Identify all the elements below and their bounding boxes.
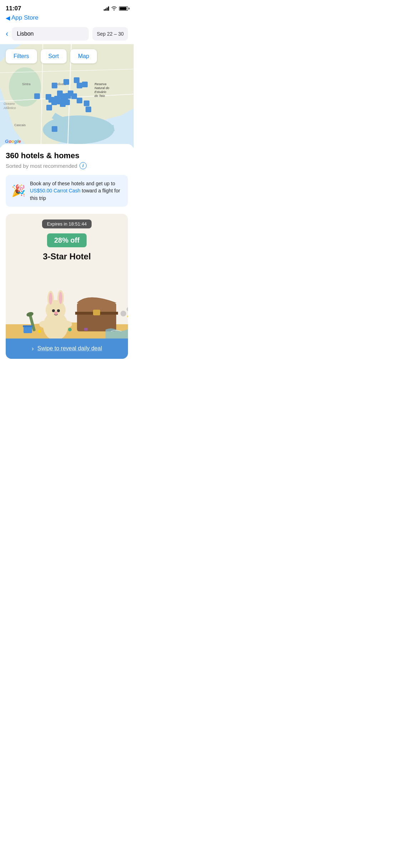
svg-point-55 <box>39 321 49 328</box>
svg-point-53 <box>57 309 60 312</box>
swipe-cta-text: Swipe to reveal daily deal <box>37 345 102 352</box>
hotel-star-label: 3-Star Hotel <box>11 252 122 262</box>
filters-button[interactable]: Filters <box>6 49 37 63</box>
svg-point-58 <box>26 311 34 317</box>
svg-point-56 <box>62 321 72 328</box>
svg-point-49 <box>49 293 52 305</box>
svg-rect-33 <box>52 126 57 132</box>
date-range-text: Sep 22 – 30 <box>97 31 124 37</box>
svg-rect-14 <box>63 79 69 85</box>
svg-point-44 <box>127 307 128 311</box>
svg-rect-30 <box>77 98 82 103</box>
status-bar: 11:07 <box>0 0 134 14</box>
svg-text:Natural do: Natural do <box>94 86 109 90</box>
svg-rect-42 <box>93 310 100 315</box>
expires-badge: Expires in 18:51:44 <box>42 219 92 228</box>
svg-rect-32 <box>46 105 52 110</box>
svg-text:Oceano: Oceano <box>4 102 15 105</box>
status-time: 11:07 <box>6 5 21 12</box>
svg-point-51 <box>59 292 62 304</box>
svg-rect-16 <box>34 93 40 99</box>
svg-rect-35 <box>82 82 88 87</box>
carrot-cash-text: Book any of these hotels and get up to U… <box>30 180 122 202</box>
svg-text:Reserva: Reserva <box>94 82 107 86</box>
info-icon[interactable]: i <box>79 162 87 169</box>
wifi-icon <box>111 6 117 11</box>
svg-point-62 <box>38 330 41 333</box>
back-button[interactable]: ‹ <box>6 30 8 38</box>
svg-point-43 <box>120 311 126 316</box>
svg-rect-34 <box>86 107 91 112</box>
map-filter-buttons: Filters Sort Map <box>6 49 128 63</box>
carrot-cash-banner[interactable]: 🎉 Book any of these hotels and get up to… <box>6 175 128 207</box>
svg-rect-26 <box>64 99 70 105</box>
app-store-label[interactable]: App Store <box>11 14 38 21</box>
map-container[interactable]: Oceano Atlântico Sintra Cascais Odivela … <box>0 44 134 148</box>
discount-badge: 28% off <box>47 233 87 247</box>
svg-rect-22 <box>71 93 77 99</box>
date-range-box[interactable]: Sep 22 – 30 <box>92 27 128 41</box>
results-count: 360 hotels & homes <box>6 151 128 160</box>
battery-icon <box>119 6 128 11</box>
back-arrow-icon: ◀ <box>6 15 10 21</box>
status-icons <box>104 6 128 11</box>
signal-icon <box>104 6 109 11</box>
results-section: 360 hotels & homes Sorted by most recomm… <box>0 144 134 359</box>
svg-marker-45 <box>127 313 128 317</box>
svg-point-52 <box>52 309 55 312</box>
svg-rect-29 <box>46 94 51 100</box>
svg-rect-60 <box>23 325 33 327</box>
search-header: ‹ Lisbon Sep 22 – 30 <box>0 24 134 44</box>
svg-text:Estuário: Estuário <box>94 90 106 94</box>
svg-rect-36 <box>77 83 82 88</box>
svg-rect-15 <box>74 77 79 83</box>
deal-illustration <box>6 267 128 339</box>
map-button[interactable]: Map <box>70 49 97 63</box>
svg-text:Cascais: Cascais <box>14 123 26 127</box>
app-store-nav[interactable]: ◀ App Store <box>0 14 134 24</box>
sort-text: Sorted by most recommended <box>6 163 77 169</box>
swipe-cta[interactable]: › Swipe to reveal daily deal <box>6 339 128 359</box>
svg-rect-31 <box>84 100 89 106</box>
carrot-emoji: 🎉 <box>11 184 26 197</box>
svg-rect-13 <box>52 83 57 88</box>
location-text: Lisbon <box>17 31 34 37</box>
svg-rect-63 <box>84 328 88 331</box>
svg-text:do Teio: do Teio <box>94 94 105 98</box>
deal-card[interactable]: Expires in 18:51:44 28% off 3-Star Hotel <box>6 214 128 359</box>
google-logo: Google <box>5 139 21 144</box>
svg-text:Atlântico: Atlântico <box>3 106 16 110</box>
carrot-amount: US$50.00 Carrot Cash <box>30 188 81 193</box>
results-sort-row: Sorted by most recommended i <box>6 162 128 169</box>
sort-button[interactable]: Sort <box>41 49 67 63</box>
swipe-arrow-icon: › <box>32 345 34 352</box>
location-search-box[interactable]: Lisbon <box>12 27 89 41</box>
svg-text:Sintra: Sintra <box>22 82 31 86</box>
deal-card-inner: Expires in 18:51:44 28% off 3-Star Hotel <box>6 214 128 262</box>
svg-point-61 <box>68 328 72 331</box>
